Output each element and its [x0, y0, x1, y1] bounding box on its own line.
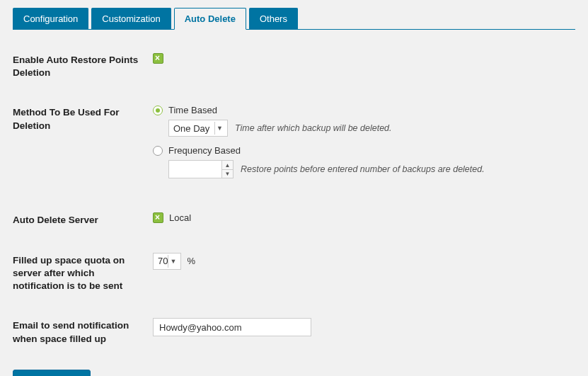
- settings-form: Enable Auto Restore Points Deletion Meth…: [13, 40, 575, 376]
- tab-customization[interactable]: Customization: [91, 8, 171, 30]
- enable-auto-delete-label: Enable Auto Restore Points Deletion: [13, 52, 153, 79]
- spinner-up-icon[interactable]: ▲: [222, 161, 233, 170]
- enable-auto-delete-checkbox[interactable]: [153, 53, 163, 64]
- save-settings-button[interactable]: Save Settings: [13, 370, 91, 376]
- frequency-based-option-label: Frequency Based: [168, 145, 241, 156]
- auto-delete-server-label: Auto Delete Server: [13, 212, 153, 227]
- tab-others[interactable]: Others: [249, 8, 298, 30]
- email-input[interactable]: [153, 318, 311, 336]
- frequency-input[interactable]: ▲ ▼: [168, 160, 234, 178]
- tab-configuration[interactable]: Configuration: [13, 8, 88, 30]
- quota-label: Filled up space quota on server after wh…: [13, 253, 153, 293]
- tab-auto-delete[interactable]: Auto Delete: [174, 8, 246, 30]
- quota-unit: %: [187, 256, 195, 266]
- frequency-hint: Restore points before entered number of …: [241, 164, 485, 174]
- time-based-option-label: Time Based: [168, 105, 217, 115]
- frequency-input-value: [169, 161, 221, 178]
- quota-value: 70: [158, 256, 168, 266]
- time-based-select-value: One Day: [173, 123, 209, 134]
- tab-bar: Configuration Customization Auto Delete …: [13, 6, 575, 30]
- dropdown-icon: ▼: [168, 255, 178, 268]
- time-based-select[interactable]: One Day ▼: [168, 120, 228, 137]
- local-server-checkbox[interactable]: [153, 212, 163, 223]
- local-server-option-label: Local: [169, 212, 191, 223]
- dropdown-icon: ▼: [214, 122, 224, 135]
- time-based-hint: Time after which backup will be deleted.: [235, 123, 392, 133]
- time-based-radio[interactable]: [153, 106, 163, 115]
- deletion-method-label: Method To Be Used For Deletion: [13, 105, 153, 132]
- email-label: Email to send notification when space fi…: [13, 318, 153, 345]
- quota-select[interactable]: 70 ▼: [153, 253, 181, 270]
- frequency-based-radio[interactable]: [153, 146, 163, 156]
- spinner-down-icon[interactable]: ▼: [222, 170, 233, 178]
